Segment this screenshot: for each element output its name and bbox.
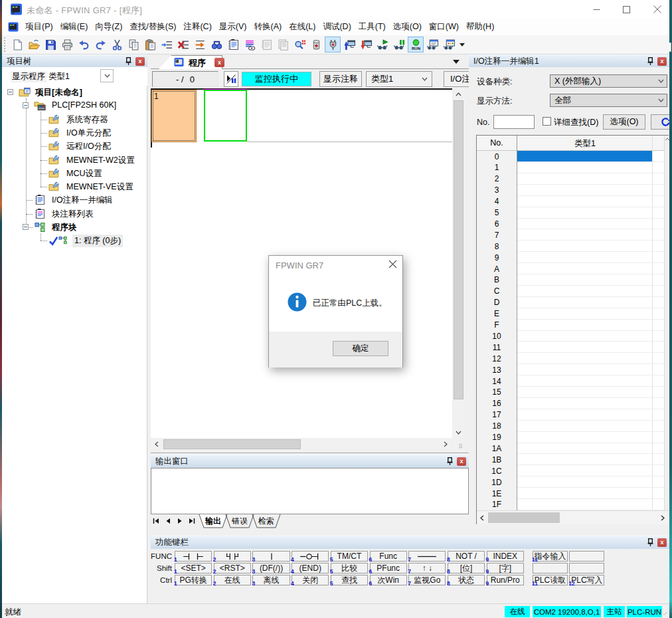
scroll-right-icon[interactable] <box>440 439 451 450</box>
tree-node-10[interactable]: 程序块 <box>2 221 147 234</box>
scroll-left-icon[interactable] <box>151 439 162 450</box>
scroll-left-icon[interactable] <box>477 512 487 524</box>
table-row-19[interactable]: 19 <box>477 432 668 443</box>
fk-shift-5[interactable]: 比较 <box>331 563 368 573</box>
fk-func-9[interactable]: INDEX <box>487 551 524 562</box>
table-row-18[interactable]: 18 <box>477 421 668 432</box>
fk-ctrl-1[interactable]: PG转换 <box>175 575 212 585</box>
tree-node-5[interactable]: MEWNET-W2设置 <box>2 154 147 167</box>
new-file-icon[interactable] <box>9 37 25 52</box>
table-row-11[interactable]: 11 <box>477 342 668 353</box>
tree-node-6[interactable]: MCU设置 <box>2 167 147 180</box>
fk-ctrl-7[interactable]: 监视Go <box>408 575 446 585</box>
menu-item-11[interactable]: 窗口(W) <box>426 19 462 35</box>
table-row-E[interactable]: E <box>477 308 668 320</box>
tab-program[interactable]: 程序 x <box>159 55 222 69</box>
table-horizontal-scrollbar[interactable] <box>477 510 669 524</box>
table-row-2[interactable]: 2 <box>477 173 668 185</box>
tree-node-0[interactable]: 项目[未命名] <box>2 86 147 99</box>
online-plug-icon[interactable] <box>325 37 341 52</box>
table-row-17[interactable]: 17 <box>477 409 668 421</box>
dialog-close-icon[interactable] <box>388 260 397 268</box>
device-monitor-icon[interactable] <box>441 37 457 52</box>
table-row-A[interactable]: A <box>477 263 668 274</box>
scroll-down-icon[interactable] <box>453 427 464 438</box>
monitor-stop-icon[interactable] <box>391 37 407 52</box>
output-tab-2[interactable]: 检索 <box>252 514 281 528</box>
table-row-C[interactable]: C <box>477 286 668 297</box>
undo-icon[interactable] <box>76 37 92 52</box>
find-icon[interactable] <box>209 37 224 52</box>
menu-item-6[interactable]: 转换(A) <box>250 19 285 35</box>
tree-toggle-icon[interactable] <box>7 89 13 95</box>
comment-type-combo[interactable]: 类型1 <box>366 71 432 87</box>
fk-shift-8[interactable]: [位] <box>448 563 485 573</box>
tree-node-1[interactable]: PLC[FP2SH 60K] <box>2 99 147 112</box>
scroll-right-icon[interactable] <box>657 512 668 524</box>
pg-convert-disabled-icon[interactable] <box>258 37 274 52</box>
menu-item-1[interactable]: 编辑(E) <box>57 19 92 35</box>
scrollbar-thumb[interactable] <box>163 439 301 449</box>
table-row-5[interactable]: 5 <box>477 207 668 219</box>
show-comment-button[interactable]: 显示注释 <box>319 71 362 87</box>
program-tab-close-icon[interactable]: x <box>214 58 224 67</box>
save-icon[interactable] <box>42 37 58 52</box>
pin-icon[interactable] <box>446 457 454 466</box>
fk-func-1-contact-no[interactable] <box>175 551 212 562</box>
scroll-up-icon[interactable] <box>453 88 464 100</box>
output-window-close-icon[interactable]: x <box>457 457 466 466</box>
maximize-button[interactable] <box>612 0 641 19</box>
menu-item-10[interactable]: 选项(O) <box>390 19 425 35</box>
insert-row-icon[interactable] <box>159 37 175 52</box>
table-row-1D[interactable]: 1D <box>477 476 668 488</box>
pin-icon[interactable] <box>125 56 132 66</box>
no-search-input[interactable] <box>493 115 535 129</box>
block-comment-icon[interactable] <box>242 37 258 52</box>
menu-item-0[interactable]: 项目(P) <box>22 19 56 35</box>
fk-shift-1[interactable]: <SET> <box>175 563 212 573</box>
fk-shift-2[interactable]: <RST> <box>214 563 251 573</box>
fk-ctrl-8[interactable]: 状态 <box>448 575 485 585</box>
run-mode-icon[interactable]: RUN <box>408 37 424 52</box>
open-file-icon[interactable] <box>26 37 42 52</box>
paste-icon[interactable] <box>142 37 158 52</box>
program-check-icon[interactable] <box>292 37 307 52</box>
menu-item-5[interactable]: 显示(V) <box>216 19 250 35</box>
tree-node-7[interactable]: MEWNET-VE设置 <box>2 180 147 193</box>
table-row-0[interactable]: 0 <box>477 151 668 162</box>
fk-func-4-coil[interactable] <box>292 551 329 562</box>
monitor-toggle-button[interactable] <box>224 71 238 87</box>
cut-icon[interactable] <box>109 37 125 52</box>
table-row-12[interactable]: 12 <box>477 353 668 364</box>
fk-ctrl-3[interactable]: 离线 <box>252 575 290 585</box>
status-display-icon[interactable] <box>424 37 440 52</box>
fk-ctrl-9[interactable]: Run/Pro <box>487 575 524 585</box>
display-method-combo[interactable]: 全部 <box>550 94 667 107</box>
delete-row-icon[interactable] <box>175 37 191 52</box>
pg-convert2-disabled-icon[interactable] <box>275 37 291 52</box>
table-row-1F[interactable]: 1F <box>477 499 668 510</box>
fk-func-6[interactable]: Func <box>370 551 407 562</box>
pin-icon[interactable] <box>647 56 654 66</box>
menu-item-4[interactable]: 注释(C) <box>180 19 214 35</box>
print-icon[interactable] <box>59 37 75 52</box>
jump-icon[interactable] <box>192 37 208 52</box>
io-comment-icon[interactable] <box>225 37 241 52</box>
table-row-6[interactable]: 6 <box>477 218 668 229</box>
output-tab-1[interactable]: 错误 <box>225 514 254 528</box>
function-key-bar-close-icon[interactable]: x <box>657 538 667 547</box>
editor-horizontal-scrollbar[interactable] <box>151 439 451 450</box>
options-button[interactable]: 选项(O) <box>603 114 645 130</box>
menu-item-7[interactable]: 在线(L) <box>286 19 319 35</box>
table-row-1A[interactable]: 1A <box>477 443 668 454</box>
nav-last-icon[interactable] <box>189 518 195 524</box>
table-row-9[interactable]: 9 <box>477 252 668 263</box>
scrollbar-thumb[interactable] <box>488 512 560 523</box>
io-comment-panel-close-icon[interactable]: x <box>657 57 667 66</box>
table-row-14[interactable]: 14 <box>477 375 668 387</box>
download-to-plc-icon[interactable] <box>358 37 374 52</box>
minimize-button[interactable] <box>582 0 612 19</box>
menu-item-3[interactable]: 查找/替换(S) <box>126 19 179 35</box>
table-row-10[interactable]: 10 <box>477 330 668 342</box>
fk-func-11[interactable] <box>569 551 604 562</box>
